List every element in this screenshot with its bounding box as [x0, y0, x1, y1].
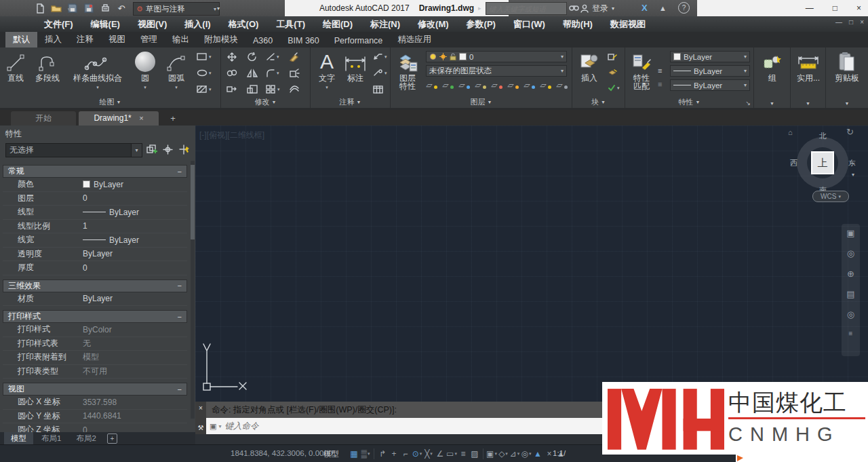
layer-freeze-tool[interactable]: ▱	[458, 81, 471, 90]
toggle-pickadd-icon[interactable]	[145, 143, 158, 156]
panel-draw-label[interactable]: 绘图 ▼	[0, 97, 220, 107]
transparency-toggle-icon[interactable]: ▨	[469, 447, 480, 460]
spline-button[interactable]: 样条曲线拟合 ▾	[66, 49, 129, 92]
command-close-icon[interactable]: ×	[199, 404, 203, 412]
layer-walk-tool[interactable]: ▱	[540, 81, 552, 90]
undo-icon[interactable]: ↶	[115, 2, 127, 14]
wcs-dropdown[interactable]: WCS▾	[812, 191, 849, 202]
linetype-list-icon[interactable]: ≡	[658, 80, 662, 88]
prop-row-layer[interactable]: 图层 0	[3, 192, 187, 206]
prop-row-transparency[interactable]: 透明度 ByLayer	[3, 248, 187, 262]
layer-properties-button[interactable]: 图层 特性	[393, 49, 422, 90]
viewcube-top-face[interactable]: 上	[811, 151, 834, 174]
utilities-button[interactable]: 实用...	[793, 49, 823, 83]
text-button[interactable]: A 文字 ▾	[315, 49, 339, 92]
new-drawing-tab-button[interactable]: +	[165, 111, 180, 126]
arc-button[interactable]: 圆弧 ▾	[161, 49, 191, 92]
menu-format[interactable]: 格式(O)	[220, 16, 268, 32]
sign-in-area[interactable]: 登录 ▾	[580, 2, 614, 14]
file-tab-close-icon[interactable]: ×	[139, 114, 143, 122]
prop-row-plotattach[interactable]: 打印表附着到 模型	[3, 351, 187, 365]
block-edit-tool[interactable]	[608, 53, 617, 60]
prop-row-color[interactable]: 颜色 ByLayer	[3, 178, 187, 192]
snap-toggle-icon[interactable]: ▒▾	[360, 447, 371, 460]
panel-layers-label[interactable]: 图层 ▼	[391, 97, 572, 107]
hatch-tool[interactable]: ▾	[197, 85, 212, 93]
help-search-box[interactable]	[486, 2, 567, 15]
prop-row-lineweight[interactable]: 线宽 ByLayer	[3, 233, 187, 248]
ribbon-tab-insert[interactable]: 插入	[37, 32, 69, 47]
doc-restore-button[interactable]: □	[849, 18, 853, 26]
menu-insert[interactable]: 插入(I)	[176, 16, 219, 32]
menu-tools[interactable]: 工具(T)	[267, 16, 314, 32]
ellipse-tool[interactable]: ▾	[197, 69, 212, 77]
compass-west[interactable]: 西	[790, 158, 797, 168]
panel-utilities-caret[interactable]: ▼	[791, 99, 825, 107]
close-button[interactable]: ×	[856, 3, 861, 13]
ribbon-tab-home[interactable]: 默认	[5, 32, 37, 47]
doc-close-button[interactable]: ×	[860, 18, 864, 26]
section-plotstyle-header[interactable]: 打印样式−	[3, 310, 187, 323]
scale-tool[interactable]	[247, 85, 258, 94]
block-attr-tool[interactable]: ▾	[608, 84, 620, 92]
nav-menu-icon[interactable]: ≡	[849, 330, 853, 337]
help-icon[interactable]: ?	[678, 2, 690, 14]
layer-prev-tool[interactable]: ▱	[524, 81, 536, 90]
nav-pan-icon[interactable]: ⊕	[847, 269, 854, 279]
prop-row-material[interactable]: 材质 ByLayer	[3, 292, 187, 307]
ribbon-tab-annotate[interactable]: 注释	[69, 32, 101, 47]
file-tab-start[interactable]: 开始	[11, 111, 76, 126]
match-properties-button[interactable]: 特性 匹配	[628, 49, 655, 90]
gizmo-icon[interactable]: ◎▾	[521, 447, 532, 460]
menu-dimension[interactable]: 标注(N)	[361, 16, 409, 32]
group-button[interactable]: 组	[759, 49, 786, 83]
menu-window[interactable]: 窗口(W)	[505, 16, 554, 32]
ribbon-tab-manage[interactable]: 管理	[133, 32, 165, 47]
panel-modify-label[interactable]: 修改 ▼	[221, 97, 310, 107]
lineweight-list-icon[interactable]: ≡	[658, 66, 662, 75]
redo-dropdown-icon[interactable]: ▾	[68, 3, 71, 16]
viewcube-menu-caret-icon[interactable]: ▾	[852, 172, 854, 178]
ribbon-tab-performance[interactable]: Performance	[327, 34, 391, 47]
insert-block-button[interactable]: 插入	[576, 49, 602, 83]
save-as-icon[interactable]	[83, 2, 95, 14]
prop-row-center-x[interactable]: 圆心 X 坐标 3537.598	[3, 396, 187, 410]
section-general-header[interactable]: 常规−	[3, 165, 187, 178]
plot-icon[interactable]	[99, 2, 111, 14]
stretch-tool[interactable]	[226, 85, 237, 93]
recent-commands-icon[interactable]: ▣	[210, 422, 216, 431]
object-color-dropdown[interactable]: ByLayer ▾	[670, 51, 750, 62]
grid-toggle-icon[interactable]: ▦	[349, 447, 359, 460]
panel-annotate-label[interactable]: 注释 ▼	[311, 97, 390, 107]
dimension-button[interactable]: 标注	[342, 49, 369, 83]
layer-make-current-tool[interactable]: ▱	[491, 81, 503, 90]
table-tool[interactable]	[373, 85, 383, 94]
menu-draw[interactable]: 绘图(D)	[314, 16, 361, 32]
prop-row-plotstyle[interactable]: 打印样式 ByColor	[3, 323, 187, 337]
select-objects-icon[interactable]	[161, 143, 174, 156]
recent-commands-caret-icon[interactable]: ▾	[218, 423, 221, 429]
annotation-visibility-icon[interactable]: ▲	[532, 447, 543, 460]
rectangle-tool[interactable]: ▾	[197, 53, 212, 60]
circle-button[interactable]: 圆 ▾	[133, 49, 157, 92]
prop-row-plottype[interactable]: 打印表类型 不可用	[3, 365, 187, 379]
section-view-header[interactable]: 视图−	[3, 383, 187, 396]
layer-lock-tool[interactable]: ▱	[475, 81, 487, 90]
menu-dataview[interactable]: 数据视图	[601, 16, 654, 32]
file-tab-drawing1[interactable]: Drawing1* ×	[79, 111, 159, 126]
section-3d-header[interactable]: 三维效果−	[3, 280, 187, 292]
palette-scrollbar[interactable]	[191, 161, 195, 419]
polar-tracking-icon[interactable]: ⊙▾	[412, 447, 422, 460]
viewcube-rotate-icon[interactable]: ↻	[846, 127, 854, 137]
prop-row-linetype[interactable]: 线型 ByLayer	[3, 206, 187, 220]
panel-properties-label[interactable]: 特性 ▼ ↘	[625, 97, 753, 107]
tab-layout1[interactable]: 布局1	[35, 432, 68, 444]
prop-row-ltscale[interactable]: 线型比例 1	[3, 220, 187, 234]
rotate-tool[interactable]	[247, 52, 258, 62]
ribbon-tab-a360[interactable]: A360	[245, 34, 280, 47]
explode-tool[interactable]	[289, 69, 300, 78]
prop-row-plottable[interactable]: 打印样式表 无	[3, 337, 187, 351]
navigation-bar[interactable]: ▣ ◎ ⊕ ▤ ◎ ≡	[842, 224, 860, 356]
offset-tool[interactable]	[289, 85, 300, 94]
mleader-tool[interactable]: ▾	[373, 69, 387, 77]
